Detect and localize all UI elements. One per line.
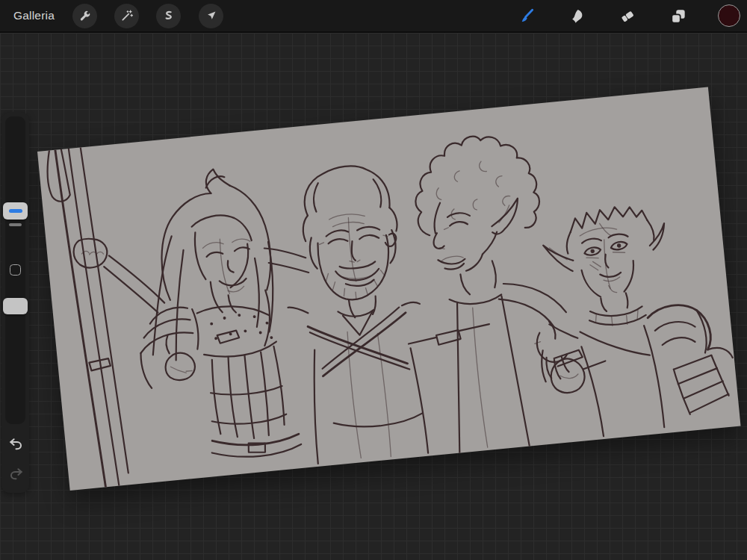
- undo-button[interactable]: [6, 434, 25, 453]
- undo-icon: [7, 435, 25, 452]
- transform-button[interactable]: [199, 4, 223, 28]
- redo-icon: [7, 465, 25, 482]
- paintbrush-icon: [516, 7, 536, 26]
- artwork-sketch: [37, 87, 741, 491]
- modify-button[interactable]: [10, 264, 21, 276]
- sketch-figure-armored-elf: [539, 197, 739, 441]
- top-toolbar: Galleria: [0, 0, 747, 33]
- sketch-figure-afro-elf: [389, 125, 613, 456]
- eraser-icon: [618, 7, 637, 26]
- opacity-slider[interactable]: [3, 298, 28, 314]
- redo-button[interactable]: [6, 464, 25, 483]
- smudge-tool-button[interactable]: [566, 6, 586, 26]
- drawing-canvas[interactable]: [37, 87, 741, 491]
- selection-s-icon: [161, 9, 176, 23]
- erase-tool-button[interactable]: [617, 6, 637, 26]
- gallery-button[interactable]: Galleria: [13, 0, 55, 31]
- layers-button[interactable]: [668, 6, 688, 26]
- adjustments-button[interactable]: [114, 4, 139, 28]
- transform-arrow-icon: [204, 9, 218, 23]
- smudge-finger-icon: [567, 7, 586, 26]
- color-swatch[interactable]: [718, 4, 740, 27]
- sidebar-tool-panel: [1, 112, 29, 493]
- sketch-figure-woman: [67, 164, 303, 472]
- brush-size-tick: [9, 223, 22, 226]
- paint-tool-button[interactable]: [515, 6, 536, 26]
- actions-button[interactable]: [72, 4, 97, 28]
- layers-icon: [669, 7, 688, 26]
- brush-size-indicator: [9, 209, 22, 213]
- wrench-icon: [78, 9, 92, 23]
- selection-button[interactable]: [156, 4, 181, 28]
- brush-size-slider[interactable]: [3, 202, 28, 220]
- procreate-screen: { "theme": { "bg": "#232323", "grid": "#…: [0, 0, 747, 560]
- magic-wand-icon: [120, 9, 134, 23]
